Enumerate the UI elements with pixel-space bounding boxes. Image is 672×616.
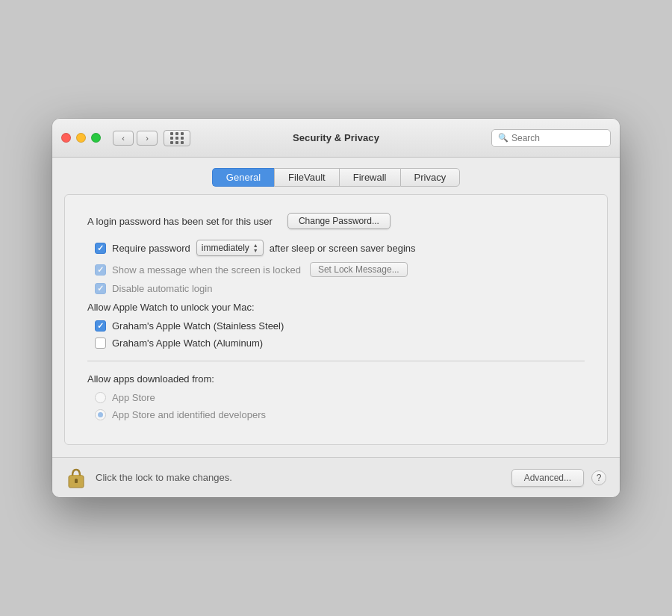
allow-apps-section: Allow apps downloaded from: App Store Ap…: [87, 373, 585, 420]
disable-auto-login-checkbox[interactable]: [95, 283, 106, 294]
tab-firewall[interactable]: Firewall: [339, 168, 400, 187]
nav-buttons: ‹ ›: [113, 131, 158, 146]
radio-app-store-label: App Store: [112, 392, 155, 403]
window-title: Security & Privacy: [293, 132, 379, 143]
require-password-checkbox[interactable]: [95, 243, 106, 254]
radio-app-store-row: App Store: [87, 392, 585, 403]
change-password-button[interactable]: Change Password...: [287, 213, 391, 229]
watch-stainless-row: Graham's Apple Watch (Stainless Steel): [87, 320, 585, 332]
bottom-bar: Click the lock to make changes. Advanced…: [52, 457, 620, 497]
radio-identified-label: App Store and identified developers: [112, 409, 266, 420]
login-password-row: A login password has been set for this u…: [87, 213, 585, 229]
apple-watch-section: Allow Apple Watch to unlock your Mac: Gr…: [87, 302, 585, 349]
search-icon: 🔍: [498, 133, 508, 143]
search-box[interactable]: 🔍: [491, 129, 611, 147]
show-message-label: Show a message when the screen is locked: [112, 264, 301, 276]
minimize-button[interactable]: [76, 133, 86, 143]
advanced-button[interactable]: Advanced...: [511, 469, 584, 487]
search-input[interactable]: [511, 133, 604, 143]
watch-aluminum-label: Graham's Apple Watch (Aluminum): [112, 337, 263, 349]
lock-icon-wrapper[interactable]: [66, 464, 87, 491]
lock-text: Click the lock to make changes.: [96, 472, 511, 483]
watch-stainless-label: Graham's Apple Watch (Stainless Steel): [112, 320, 284, 332]
watch-aluminum-row: Graham's Apple Watch (Aluminum): [87, 337, 585, 349]
radio-identified-row: App Store and identified developers: [87, 409, 585, 420]
tab-privacy[interactable]: Privacy: [400, 168, 461, 187]
close-button[interactable]: [61, 133, 71, 143]
login-password-label: A login password has been set for this u…: [87, 216, 273, 227]
require-password-row: Require password immediately ▲ ▼ after s…: [87, 240, 585, 256]
section-divider: [87, 361, 585, 361]
require-password-suffix: after sleep or screen saver begins: [270, 243, 416, 254]
tab-general[interactable]: General: [212, 168, 274, 187]
dropdown-arrows: ▲ ▼: [253, 243, 258, 253]
svg-point-3: [75, 479, 78, 482]
grid-button[interactable]: [164, 130, 190, 146]
forward-button[interactable]: ›: [137, 131, 158, 146]
allow-apps-title: Allow apps downloaded from:: [87, 373, 585, 385]
lock-icon: [66, 464, 87, 488]
require-password-label: Require password: [112, 243, 190, 254]
help-button[interactable]: ?: [591, 470, 606, 485]
watch-stainless-checkbox[interactable]: [95, 320, 106, 332]
titlebar: ‹ › Security & Privacy 🔍: [52, 119, 620, 158]
set-lock-message-button[interactable]: Set Lock Message...: [310, 262, 408, 277]
disable-auto-login-row: Disable automatic login: [87, 283, 585, 294]
show-message-checkbox[interactable]: [95, 264, 106, 276]
radio-app-store[interactable]: [95, 392, 106, 403]
traffic-lights: [61, 133, 101, 143]
content-panel: A login password has been set for this u…: [64, 194, 608, 445]
require-password-value: immediately: [202, 243, 249, 253]
tabs-bar: General FileVault Firewall Privacy: [52, 158, 620, 194]
disable-auto-login-label: Disable automatic login: [112, 283, 212, 294]
radio-identified[interactable]: [95, 409, 106, 420]
watch-aluminum-checkbox[interactable]: [95, 337, 106, 349]
require-password-dropdown[interactable]: immediately ▲ ▼: [196, 240, 264, 256]
apple-watch-title: Allow Apple Watch to unlock your Mac:: [87, 302, 585, 313]
back-button[interactable]: ‹: [113, 131, 134, 146]
tab-filevault[interactable]: FileVault: [274, 168, 339, 187]
main-window: ‹ › Security & Privacy 🔍 General FileVau…: [52, 119, 620, 497]
show-message-row: Show a message when the screen is locked…: [87, 262, 585, 277]
maximize-button[interactable]: [91, 133, 101, 143]
